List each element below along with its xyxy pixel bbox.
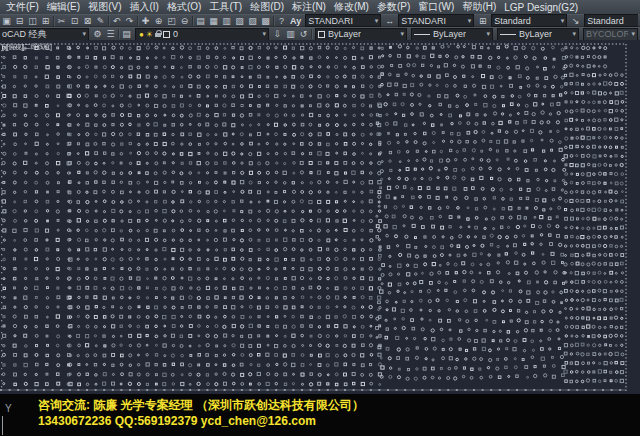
plot-style-combo: BYCOLOR ▾ [583,28,638,41]
pan-icon[interactable]: ✚ [139,15,152,27]
ucs-y-axis-label: Y [5,403,12,414]
layer-combo[interactable]: ● ☀ 0 ▾ [135,28,269,41]
properties-palette-icon[interactable]: ▤ [194,15,207,27]
chevron-down-icon[interactable]: ▾ [259,30,266,38]
layer-lock-icon[interactable] [155,30,162,38]
zoom-previous-icon[interactable]: ⊖ [178,15,191,27]
drawing-area[interactable]: [-][俯视][二维线框] [0,40,640,394]
menu-bar: 文件(F)编辑(E)视图(V)插入(I)格式(O)工具(T)绘图(D)标注(N)… [0,0,640,14]
layer-previous-icon[interactable]: ↺ [297,28,310,40]
copy-icon[interactable]: ⊡ [68,15,81,27]
color-swatch [318,31,325,38]
match-properties-icon[interactable]: ✎ [94,15,107,27]
layer-properties-manager-icon[interactable]: ▤ [120,28,133,40]
toolbar-separator [192,16,193,26]
chevron-down-icon[interactable]: ▾ [558,17,565,25]
text-style-combo[interactable]: STANDARI ▾ [305,14,381,27]
mleader-style-combo[interactable]: Standard [584,14,638,27]
plot-preview-icon[interactable]: ◫ [26,15,39,27]
toolbar-separator [108,16,109,26]
sheetset-manager-icon[interactable]: ▧ [233,15,246,27]
quickcalc-icon[interactable]: ▩ [259,15,272,27]
layers-toolbar: oCAD 经典 ▾ ⚙ ☰ ▤ ● ☀ 0 ▾ ⇩▥↺ ByLayer ▾ By… [0,27,640,40]
table-style-combo[interactable]: Standard ▾ [491,14,567,27]
contact-line-1: 咨询交流: 陈廉 光学专案经理 （深圳市跃创达科技有限公司） [38,397,364,414]
toolbar-separator [137,16,138,26]
paste-icon[interactable]: ⊠ [81,15,94,27]
linetype-combo[interactable]: ByLayer ▾ [411,28,493,41]
menu-item-1[interactable]: 文件(F) [2,0,43,14]
menu-item-2[interactable]: 编辑(E) [43,0,84,14]
standard-toolbar: ▣⊟◫⊞✂⊡⊠✎↶↷✚⊕◰⊖▤▦▥▧▨▩? Ay STANDARI ▾ ↔ ST… [0,14,640,27]
chevron-down-icon[interactable]: ▾ [569,30,576,38]
lineweight-combo[interactable]: ByLayer ▾ [497,28,579,41]
menu-item-12[interactable]: 帮助(H) [458,0,500,14]
layer-on-bulb-icon[interactable]: ● [138,30,145,39]
plot-icon[interactable]: ⊟ [13,15,26,27]
make-layer-current-icon[interactable]: ⇩ [271,28,284,40]
text-style-icon[interactable]: Ay [288,16,303,26]
menu-item-11[interactable]: 窗口(W) [414,0,458,14]
table-style-icon[interactable]: ⊞ [476,15,489,27]
workspace-combo[interactable]: oCAD 经典 ▾ [0,28,89,41]
layer-states-icon[interactable]: ▥ [284,28,297,40]
undo-icon[interactable]: ↶ [110,15,123,27]
menu-item-5[interactable]: 格式(O) [163,0,205,14]
save-icon[interactable]: ▣ [0,15,13,27]
chevron-down-icon[interactable]: ▾ [397,30,404,38]
chevron-down-icon: ▾ [628,30,635,38]
zoom-realtime-icon[interactable]: ⊕ [152,15,165,27]
menu-item-9[interactable]: 修改(M) [330,0,373,14]
layer-name: 0 [173,29,178,39]
menu-item-7[interactable]: 绘图(D) [246,0,288,14]
layer-color-chip [163,31,170,38]
toolbar-separator [118,29,119,39]
dim-style-icon[interactable]: ↔ [383,15,396,27]
autocad-window: 文件(F)编辑(E)视图(V)插入(I)格式(O)工具(T)绘图(D)标注(N)… [0,0,640,436]
linetype-sample [414,34,430,35]
publish-icon[interactable]: ⊞ [39,15,52,27]
menu-item-4[interactable]: 插入(I) [125,0,162,14]
menu-item-6[interactable]: 工具(T) [205,0,246,14]
help-icon[interactable]: ? [275,15,288,27]
markup-set-manager-icon[interactable]: ▨ [246,15,259,27]
dim-style-combo[interactable]: STANDARI ▾ [398,14,474,27]
tool-palettes-icon[interactable]: ▥ [220,15,233,27]
workspace-save-icon[interactable]: ☰ [104,28,117,40]
zoom-window-icon[interactable]: ◰ [165,15,178,27]
viewport-controls-label[interactable]: [-][俯视][二维线框] [2,42,52,52]
workspace-settings-icon[interactable]: ⚙ [91,28,104,40]
mleader-style-icon[interactable]: ↘ [569,15,582,27]
lineweight-sample [500,34,516,35]
toolbar-separator [311,29,312,39]
menu-item-10[interactable]: 参数(P) [373,0,414,14]
designcenter-icon[interactable]: ▦ [207,15,220,27]
cut-icon[interactable]: ✂ [55,15,68,27]
menu-item-3[interactable]: 视图(V) [84,0,125,14]
chevron-down-icon[interactable]: ▾ [465,17,472,25]
menu-item-8[interactable]: 标注(N) [288,0,330,14]
chevron-down-icon[interactable]: ▾ [372,17,379,25]
chevron-down-icon[interactable]: ▾ [79,30,86,38]
chevron-down-icon[interactable]: ▾ [483,30,490,38]
toolbar-separator [53,16,54,26]
ucs-y-axis-line [2,416,3,435]
toolbar-separator [273,16,274,26]
layer-freeze-sun-icon[interactable]: ☀ [145,30,154,39]
redo-icon[interactable]: ↷ [123,15,136,27]
object-color-combo[interactable]: ByLayer ▾ [315,28,407,41]
menu-item-13[interactable]: LGP Design(G2) [500,2,582,13]
contact-banner: Y 咨询交流: 陈廉 光学专案经理 （深圳市跃创达科技有限公司） 1343067… [0,394,640,436]
contact-line-2: 13430672236 QQ:569192379 ycd_chen@126.co… [38,414,316,428]
drawing-canvas[interactable] [0,40,640,394]
